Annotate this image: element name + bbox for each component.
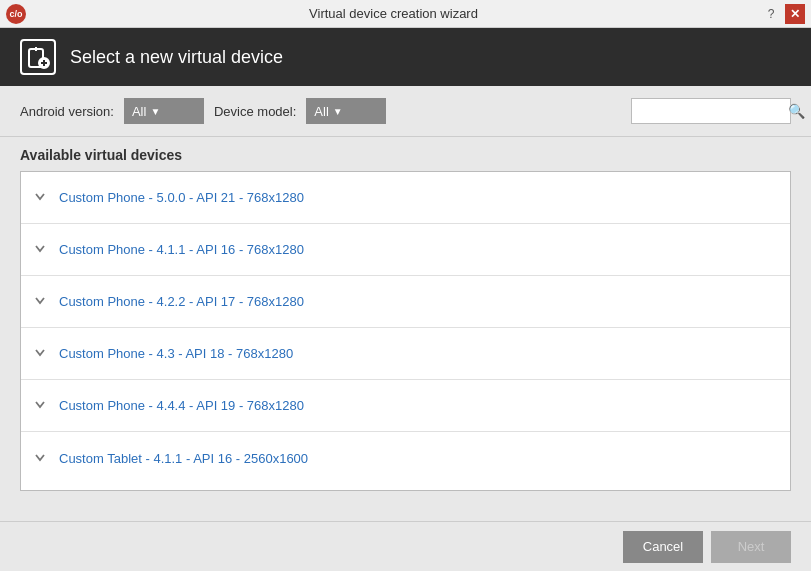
device-name: Custom Phone - 4.1.1 - API 16 - 768x1280 — [59, 242, 304, 257]
page-header: Select a new virtual device — [0, 28, 811, 86]
chevron-down-icon — [33, 293, 47, 310]
device-name: Custom Phone - 4.2.2 - API 17 - 768x1280 — [59, 294, 304, 309]
chevron-down-icon — [33, 450, 47, 467]
next-button: Next — [711, 531, 791, 563]
list-item[interactable]: Custom Phone - 4.4.4 - API 19 - 768x1280 — [21, 380, 790, 432]
help-button[interactable]: ? — [761, 4, 781, 24]
android-version-label: Android version: — [20, 104, 114, 119]
android-version-select[interactable]: All ▼ — [124, 98, 204, 124]
device-name: Custom Phone - 4.3 - API 18 - 768x1280 — [59, 346, 293, 361]
list-item[interactable]: Custom Tablet - 4.1.1 - API 16 - 2560x16… — [21, 432, 790, 484]
window-title: Virtual device creation wizard — [26, 6, 761, 21]
page-title: Select a new virtual device — [70, 47, 283, 68]
device-name: Custom Tablet - 4.1.1 - API 16 - 2560x16… — [59, 451, 308, 466]
cancel-button[interactable]: Cancel — [623, 531, 703, 563]
device-model-arrow-icon: ▼ — [333, 106, 343, 117]
list-item[interactable]: Custom Phone - 4.1.1 - API 16 - 768x1280 — [21, 224, 790, 276]
main-content: Available virtual devices Custom Phone -… — [0, 137, 811, 571]
section-title: Available virtual devices — [20, 147, 791, 163]
device-model-select[interactable]: All ▼ — [306, 98, 386, 124]
chevron-down-icon — [33, 189, 47, 206]
footer: Cancel Next — [0, 521, 811, 571]
list-item[interactable]: Custom Phone - 5.0.0 - API 21 - 768x1280 — [21, 172, 790, 224]
android-version-arrow-icon: ▼ — [150, 106, 160, 117]
device-list[interactable]: Custom Phone - 5.0.0 - API 21 - 768x1280… — [20, 171, 791, 491]
header-icon — [20, 39, 56, 75]
device-name: Custom Phone - 5.0.0 - API 21 - 768x1280 — [59, 190, 304, 205]
app-logo: c/o — [6, 4, 26, 24]
device-model-label: Device model: — [214, 104, 296, 119]
close-button[interactable]: ✕ — [785, 4, 805, 24]
title-bar: c/o Virtual device creation wizard ? ✕ — [0, 0, 811, 28]
search-box[interactable]: 🔍 — [631, 98, 791, 124]
search-icon: 🔍 — [788, 103, 805, 119]
filter-bar: Android version: All ▼ Device model: All… — [0, 86, 811, 137]
list-item[interactable]: Custom Phone - 4.3 - API 18 - 768x1280 — [21, 328, 790, 380]
device-name: Custom Phone - 4.4.4 - API 19 - 768x1280 — [59, 398, 304, 413]
window-controls: ? ✕ — [761, 4, 805, 24]
chevron-down-icon — [33, 397, 47, 414]
list-item[interactable]: Custom Phone - 4.2.2 - API 17 - 768x1280 — [21, 276, 790, 328]
chevron-down-icon — [33, 241, 47, 258]
chevron-down-icon — [33, 345, 47, 362]
search-input[interactable] — [638, 104, 788, 118]
main-window: c/o Virtual device creation wizard ? ✕ S… — [0, 0, 811, 571]
